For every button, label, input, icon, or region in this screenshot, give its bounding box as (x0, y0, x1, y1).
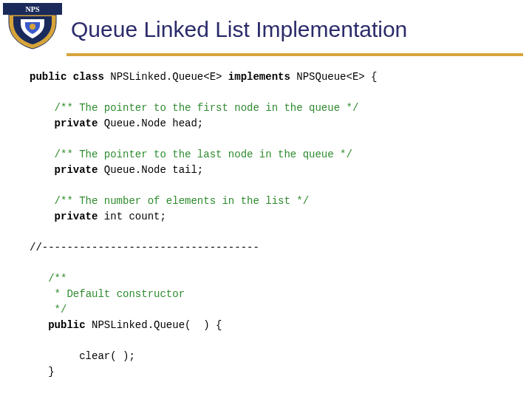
comment-ctor-1: /** (48, 273, 66, 284)
field-count: int count; (98, 211, 166, 222)
code-block: public class NPSLinked.Queue<E> implemen… (0, 56, 532, 380)
comment-ctor-3: */ (48, 304, 66, 316)
kw-private-1: private (55, 117, 98, 129)
kw-public-class: public class (30, 71, 104, 83)
svg-point-2 (30, 24, 35, 30)
slide-title: Queue Linked List Implementation (71, 11, 407, 42)
kw-private-2: private (55, 164, 98, 176)
class-name: NPSLinked.Queue<E> (104, 71, 228, 83)
ctor-sig: NPSLinked.Queue( ) { (86, 319, 222, 331)
kw-public: public (48, 319, 85, 331)
comment-count: /** The number of elements in the list *… (55, 195, 309, 207)
field-tail: Queue.Node tail; (98, 164, 203, 176)
field-head: Queue.Node head; (98, 117, 203, 129)
slide-header: NPS Queue Linked List Implementation (0, 0, 532, 50)
separator: //----------------------------------- (30, 242, 259, 253)
comment-head: /** The pointer to the first node in the… (55, 102, 359, 114)
comment-tail: /** The pointer to the last node in the … (55, 149, 352, 160)
iface-name: NPSQueue<E> { (290, 71, 378, 83)
nps-logo: NPS (3, 3, 62, 50)
close-brace: } (48, 366, 54, 378)
kw-implements: implements (228, 71, 290, 83)
ctor-body: clear( ); (79, 350, 135, 362)
comment-ctor-2: * Default constructor (48, 288, 185, 300)
svg-text:NPS: NPS (26, 5, 40, 13)
kw-private-3: private (55, 211, 98, 222)
